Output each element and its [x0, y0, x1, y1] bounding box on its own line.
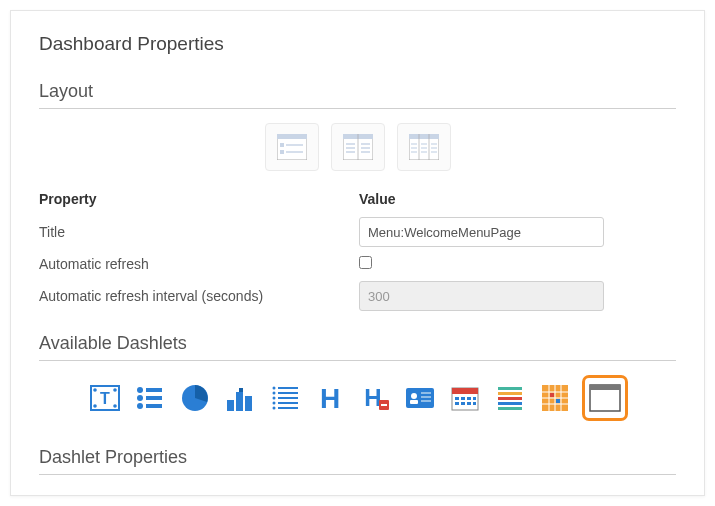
- svg-rect-50: [278, 387, 298, 389]
- interval-input: [359, 281, 604, 311]
- dashlets-row: T: [39, 375, 676, 421]
- svg-rect-79: [498, 407, 522, 410]
- svg-rect-39: [146, 404, 162, 408]
- svg-point-30: [113, 388, 117, 392]
- svg-rect-77: [498, 397, 522, 400]
- svg-rect-68: [461, 397, 465, 400]
- svg-rect-53: [278, 402, 298, 404]
- page-title: Dashboard Properties: [39, 33, 676, 55]
- svg-point-60: [411, 393, 417, 399]
- svg-rect-4: [280, 150, 284, 154]
- property-row-auto-refresh: Automatic refresh: [39, 251, 676, 277]
- svg-point-29: [93, 388, 97, 392]
- properties-header: Property Value: [39, 185, 676, 213]
- svg-rect-64: [421, 400, 431, 402]
- calendar-icon[interactable]: [447, 380, 483, 416]
- svg-rect-2: [280, 143, 284, 147]
- svg-rect-54: [278, 407, 298, 409]
- layout-single-column-button[interactable]: [265, 123, 319, 171]
- svg-rect-71: [455, 402, 459, 405]
- property-row-interval: Automatic refresh interval (seconds): [39, 277, 676, 315]
- svg-rect-41: [227, 400, 234, 411]
- header-property-label: Property: [39, 191, 359, 207]
- svg-rect-87: [550, 393, 554, 397]
- header-badge-icon[interactable]: H: [357, 380, 393, 416]
- svg-rect-66: [452, 388, 478, 394]
- svg-rect-70: [473, 397, 476, 400]
- svg-rect-61: [410, 400, 418, 404]
- svg-rect-90: [590, 385, 620, 390]
- svg-point-32: [113, 404, 117, 408]
- svg-rect-51: [278, 392, 298, 394]
- svg-rect-52: [278, 397, 298, 399]
- svg-point-31: [93, 404, 97, 408]
- svg-rect-63: [421, 396, 431, 398]
- text-icon[interactable]: T: [87, 380, 123, 416]
- svg-rect-88: [556, 399, 560, 403]
- svg-point-48: [273, 402, 276, 405]
- svg-rect-72: [461, 402, 465, 405]
- svg-text:H: H: [320, 383, 340, 414]
- auto-refresh-label: Automatic refresh: [39, 256, 359, 272]
- svg-rect-16: [409, 134, 439, 139]
- svg-point-34: [137, 387, 143, 393]
- title-input[interactable]: [359, 217, 604, 247]
- section-dashlet-properties-title: Dashlet Properties: [39, 447, 676, 475]
- svg-rect-78: [498, 402, 522, 405]
- svg-text:T: T: [100, 390, 110, 407]
- svg-point-45: [273, 387, 276, 390]
- svg-point-36: [137, 395, 143, 401]
- layout-two-column-button[interactable]: [331, 123, 385, 171]
- svg-point-38: [137, 403, 143, 409]
- lines-icon[interactable]: [492, 380, 528, 416]
- svg-rect-35: [146, 388, 162, 392]
- svg-rect-37: [146, 396, 162, 400]
- svg-rect-44: [239, 388, 243, 392]
- section-layout-title: Layout: [39, 81, 676, 109]
- svg-rect-1: [277, 134, 307, 139]
- svg-rect-69: [467, 397, 471, 400]
- header-icon[interactable]: H: [312, 380, 348, 416]
- title-label: Title: [39, 224, 359, 240]
- svg-rect-73: [467, 402, 471, 405]
- layout-three-column-button[interactable]: [397, 123, 451, 171]
- dotted-list-icon[interactable]: [267, 380, 303, 416]
- property-row-title: Title: [39, 213, 676, 251]
- svg-point-47: [273, 397, 276, 400]
- svg-rect-74: [473, 402, 476, 405]
- svg-point-46: [273, 392, 276, 395]
- svg-rect-75: [498, 387, 522, 390]
- list-icon[interactable]: [132, 380, 168, 416]
- svg-rect-58: [381, 404, 387, 406]
- auto-refresh-checkbox[interactable]: [359, 256, 372, 269]
- properties-table: Property Value Title Automatic refresh A…: [39, 185, 676, 315]
- grid-icon[interactable]: [537, 380, 573, 416]
- layout-options: [39, 123, 676, 171]
- svg-point-49: [273, 407, 276, 410]
- svg-rect-67: [455, 397, 459, 400]
- dashboard-properties-panel: Dashboard Properties Layout: [10, 10, 705, 496]
- interval-label: Automatic refresh interval (seconds): [39, 288, 359, 304]
- section-available-dashlets-title: Available Dashlets: [39, 333, 676, 361]
- svg-rect-42: [236, 392, 243, 411]
- svg-rect-62: [421, 392, 431, 394]
- card-icon[interactable]: [402, 380, 438, 416]
- bar-chart-icon[interactable]: [222, 380, 258, 416]
- header-value-label: Value: [359, 191, 676, 207]
- svg-rect-76: [498, 392, 522, 395]
- svg-rect-43: [245, 396, 252, 411]
- pie-chart-icon[interactable]: [177, 380, 213, 416]
- blank-panel-icon[interactable]: [582, 375, 628, 421]
